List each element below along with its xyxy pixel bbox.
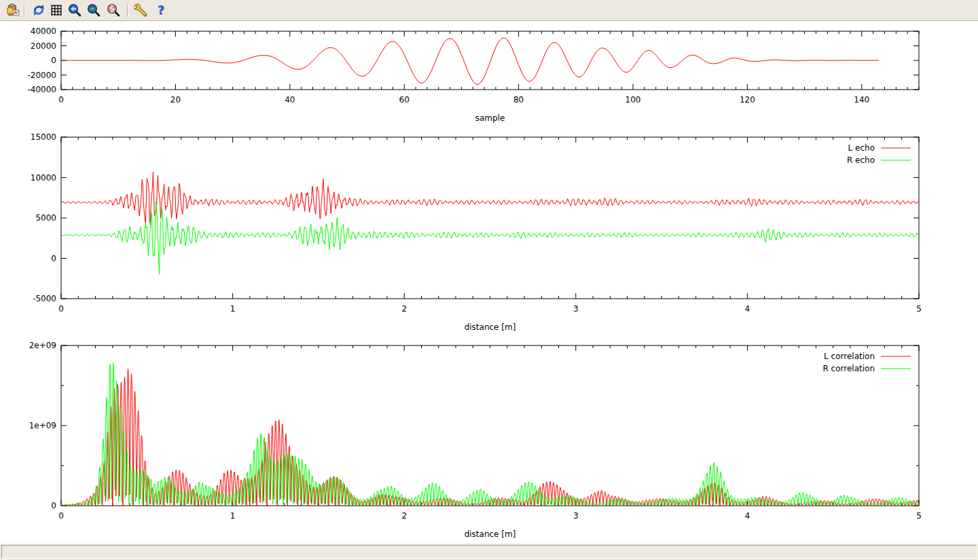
svg-text:?: ? (158, 3, 164, 17)
x-tick-label: 3 (573, 304, 579, 314)
y-tick-label: 15000 (31, 132, 56, 142)
series-l-correlation (61, 369, 919, 506)
x-tick-label: 5 (916, 511, 922, 521)
legend-label: L echo (848, 143, 875, 153)
y-tick-label: 20000 (31, 41, 56, 51)
x-tick-label: 1 (230, 304, 236, 314)
configure-button[interactable] (132, 2, 149, 18)
x-tick-label: 2 (401, 304, 407, 314)
y-tick-label: 1e+09 (29, 421, 56, 430)
toolbar: ? ? (0, 0, 978, 21)
y-tick-label: 2e+09 (29, 341, 56, 350)
copy-plot-button[interactable] (5, 2, 21, 18)
y-tick-label: -5000 (33, 294, 56, 303)
y-tick-label: 40000 (31, 26, 56, 36)
status-bar (0, 544, 978, 560)
y-tick-label: 0 (51, 254, 56, 263)
x-tick-label: 0 (58, 304, 64, 314)
refresh-icon (32, 3, 46, 17)
zoom-previous-icon (68, 3, 82, 17)
plot-canvas[interactable]: 020406080100120140-40000-200000200004000… (0, 21, 978, 544)
zoom-next-icon (87, 3, 101, 17)
grid-toggle-button[interactable] (48, 2, 65, 18)
plot-border (61, 346, 919, 506)
correlation-plot: 01234501e+092e+09distance [m]L correlati… (29, 341, 922, 539)
x-tick-label: 3 (573, 511, 579, 521)
x-tick-label: 120 (740, 95, 755, 105)
x-tick-label: 0 (58, 95, 64, 105)
x-axis-label: distance [m] (465, 529, 516, 539)
x-tick-label: 5 (916, 304, 922, 314)
legend-label: R echo (847, 155, 875, 165)
y-tick-label: -40000 (27, 85, 56, 94)
legend: L echoR echo (847, 143, 911, 165)
help-button[interactable]: ? ? (153, 2, 169, 18)
grid-icon (50, 3, 63, 17)
x-tick-label: 2 (401, 511, 407, 521)
autoscale-button[interactable] (105, 2, 122, 18)
x-tick-label: 100 (626, 95, 641, 105)
x-axis-label: distance [m] (465, 322, 516, 332)
toolbar-separator (127, 4, 128, 17)
y-tick-label: -20000 (27, 71, 56, 80)
zoom-previous-button[interactable] (67, 2, 83, 18)
legend: L correlationR correlation (822, 352, 911, 373)
clipboard-chart-icon (6, 3, 20, 17)
x-tick-label: 140 (854, 95, 869, 105)
y-tick-label: 10000 (31, 173, 56, 183)
x-axis-label: sample (475, 113, 505, 123)
legend-label: L correlation (824, 352, 875, 361)
x-tick-label: 20 (170, 95, 181, 105)
x-tick-label: 4 (745, 304, 750, 314)
x-tick-label: 4 (745, 511, 750, 521)
toolbar-separator (24, 4, 25, 17)
x-tick-label: 60 (399, 95, 410, 105)
y-tick-label: 0 (51, 56, 56, 65)
echo-plot: 012345-5000050001000015000distance [m]L … (31, 132, 922, 332)
plot-border (61, 137, 919, 299)
y-tick-label: 0 (51, 501, 56, 510)
wrench-icon (134, 3, 147, 17)
status-panel (1, 545, 977, 559)
y-tick-label: 5000 (35, 213, 56, 223)
series-l-echo (61, 172, 919, 225)
x-tick-label: 1 (230, 511, 236, 521)
x-tick-label: 0 (58, 511, 64, 521)
zoom-next-button[interactable] (86, 2, 102, 18)
autoscale-icon (107, 3, 120, 17)
series-signal (61, 38, 879, 84)
series-r-echo (61, 201, 919, 274)
signal-plot: 020406080100120140-40000-200000200004000… (27, 26, 919, 123)
x-tick-label: 80 (513, 95, 524, 105)
x-tick-label: 40 (285, 95, 295, 105)
legend-label: R correlation (822, 364, 875, 373)
gnuplot-window: { "window": { "colors": { "window_bg": "… (0, 0, 978, 560)
replot-button[interactable] (31, 2, 47, 18)
plots-svg[interactable]: 020406080100120140-40000-200000200004000… (0, 21, 978, 544)
help-icon: ? ? (154, 3, 168, 17)
